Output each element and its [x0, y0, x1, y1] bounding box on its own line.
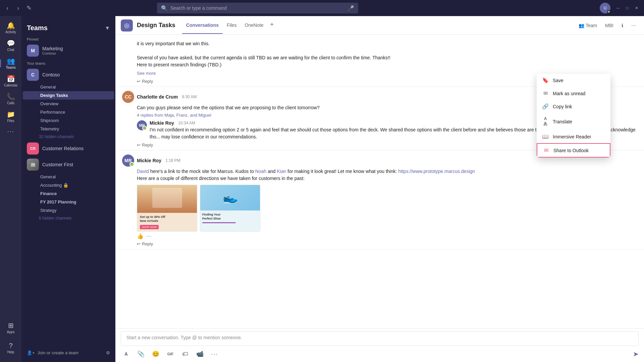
send-button[interactable]: ➤ — [633, 350, 639, 358]
hidden-channels-contoso[interactable]: 32 hidden channels — [21, 133, 115, 140]
titlebar-search[interactable]: 🔍 🎤 — [157, 3, 358, 13]
team-marketing[interactable]: M Marketing Contoso ⋯ — [23, 43, 114, 59]
team-avatar: M — [27, 45, 39, 57]
team-button[interactable]: 👥 Team — [576, 21, 600, 29]
sidebar-item-label: Calendar — [4, 83, 18, 87]
sticker-button[interactable]: 🏷 — [180, 349, 191, 359]
translate-icon: Aあ — [542, 116, 549, 127]
gif-button[interactable]: GIF — [165, 349, 176, 359]
filter-button[interactable]: ▼ — [105, 25, 110, 31]
team-avatar: C — [27, 69, 39, 81]
mention-kian[interactable]: Kian — [277, 169, 286, 174]
channel-overview[interactable]: Overview — [23, 100, 114, 108]
reply-button-3[interactable]: ↩ Reply — [137, 241, 637, 246]
tab-files[interactable]: Files — [223, 17, 241, 34]
sidebar-item-activity[interactable]: 🔔 Activity — [0, 19, 21, 37]
channel-title: Design Tasks — [137, 22, 175, 29]
msg-body-3: David here's a link to the mock site for… — [137, 168, 637, 182]
attach-button[interactable]: 📎 — [136, 349, 146, 359]
context-copy-link[interactable]: 🔗 Copy link — [537, 100, 610, 113]
mbi-button[interactable]: MBI — [602, 21, 616, 29]
channel-shiproom[interactable]: Shiproom — [23, 116, 114, 125]
add-tab-button[interactable]: + — [268, 17, 277, 34]
back-button[interactable]: ‹ — [3, 3, 12, 13]
sidebar-item-calls[interactable]: 📞 Calls — [0, 90, 21, 108]
channel-tabs: Conversations Files OneNote + — [182, 17, 276, 34]
meet-button[interactable]: 📹 — [195, 349, 205, 359]
compose-button[interactable]: ✎ — [24, 3, 34, 13]
info-button[interactable]: ℹ — [619, 21, 626, 29]
more-reactions-button[interactable]: ⋯ — [146, 233, 152, 239]
maximize-button[interactable]: □ — [623, 3, 632, 13]
calls-icon: 📞 — [7, 93, 15, 101]
mention-noah[interactable]: Noah — [255, 169, 266, 174]
tab-onenote[interactable]: OneNote — [241, 17, 268, 34]
sidebar-item-help[interactable]: ? Help — [0, 339, 21, 357]
sidebar-item-label: Help — [7, 350, 14, 354]
msg-body: it is very important that we win this. S… — [137, 40, 637, 68]
sidebar-item-teams[interactable]: 👥 Teams — [0, 54, 21, 72]
more-toolbar-button[interactable]: ··· — [209, 349, 220, 359]
channel-finance[interactable]: Finance — [23, 189, 114, 198]
channel-design-tasks[interactable]: Design Tasks — [23, 91, 114, 100]
channel-strategy[interactable]: Strategy — [23, 206, 114, 215]
context-translate[interactable]: Aあ Translate — [537, 113, 610, 130]
like-button[interactable]: 👍 — [137, 233, 144, 239]
channel-general[interactable]: General — [23, 83, 114, 91]
message-toolbar: A 📎 😊 GIF 🏷 📹 ··· ➤ — [121, 346, 639, 359]
msg-sender: Charlotte de Crum — [137, 94, 178, 100]
team-name: Contoso — [42, 72, 101, 77]
team-sub: Contoso — [42, 51, 63, 55]
forward-button[interactable]: › — [13, 3, 23, 13]
your-teams-label: Your teams — [21, 59, 115, 67]
settings-icon[interactable]: ⚙ — [106, 350, 110, 355]
prototype-link[interactable]: https://www.prototype.marcus.design — [398, 169, 475, 174]
tab-conversations[interactable]: Conversations — [182, 17, 223, 34]
context-share-outlook[interactable]: ✉ Share to Outlook — [537, 143, 610, 158]
hidden-channels-cf[interactable]: 6 hidden channels — [21, 215, 115, 222]
team-customer-relations[interactable]: CR Customer Relations ⋯ — [23, 140, 114, 157]
context-immersive-reader[interactable]: 📖 Immersive Reader — [537, 130, 610, 143]
more-icon: ··· — [7, 128, 14, 135]
user-avatar[interactable]: U — [600, 3, 610, 13]
context-menu: 🔖 Save ✉ Mark as unread 🔗 Copy link Aあ T… — [537, 74, 610, 158]
channel-accounting[interactable]: Accounting 🔒 — [23, 181, 114, 189]
online-badge — [131, 163, 134, 167]
more-button[interactable]: ⋯ — [629, 21, 639, 29]
message-input-box[interactable]: Start a new conversation. Type @ to ment… — [121, 331, 639, 346]
preview-fashion[interactable]: Get up to 30% OffNow Arrivals SHOP NOW — [137, 185, 197, 232]
format-button[interactable]: A — [121, 349, 131, 359]
team-contoso[interactable]: C Contoso ⋯ — [23, 67, 114, 83]
sidebar-item-chat[interactable]: 💬 Chat — [0, 37, 21, 54]
mark-unread-icon: ✉ — [542, 90, 549, 97]
sidebar-item-calendar[interactable]: 📅 Calendar — [0, 72, 21, 90]
close-button[interactable]: ✕ — [632, 3, 641, 13]
activity-icon: 🔔 — [7, 21, 15, 29]
sidebar-item-files[interactable]: 📁 Files — [0, 108, 21, 125]
mic-icon: 🎤 — [347, 5, 354, 11]
team-customer-first[interactable]: 🏢 Customer First ⋯ — [23, 157, 114, 173]
titlebar-right: U ─ □ ✕ — [600, 3, 641, 13]
see-more-link[interactable]: See more — [137, 71, 156, 76]
main-content: ◎ Design Tasks Conversations Files OneNo… — [115, 16, 644, 362]
preview-shoes[interactable]: 👟 Finding YourPerfect Shoe — [200, 185, 260, 232]
sidebar-item-label: Teams — [6, 66, 15, 69]
minimize-button[interactable]: ─ — [613, 3, 623, 13]
sidebar-item-apps[interactable]: ⊞ Apps — [0, 319, 21, 337]
channel-general-cf[interactable]: General — [23, 173, 114, 181]
mention-david[interactable]: David — [137, 169, 149, 174]
context-save[interactable]: 🔖 Save — [537, 74, 610, 87]
nested-time: 10:34 AM — [178, 121, 195, 125]
nested-avatar: MR — [137, 120, 147, 130]
context-mark-unread[interactable]: ✉ Mark as unread — [537, 87, 610, 100]
online-indicator — [144, 127, 147, 130]
search-input[interactable] — [170, 5, 345, 11]
channel-performance[interactable]: Performance — [23, 108, 114, 116]
join-create-team[interactable]: 👤+ Join or create a team ⚙ — [21, 346, 115, 359]
channel-fy2017[interactable]: FY 2017 Planning — [23, 198, 114, 206]
team-avatar: CR — [27, 142, 39, 155]
calendar-icon: 📅 — [7, 75, 15, 83]
sidebar-item-more[interactable]: ··· — [0, 125, 21, 138]
emoji-button[interactable]: 😊 — [150, 349, 161, 359]
channel-telemetry[interactable]: Telemetry — [23, 125, 114, 133]
